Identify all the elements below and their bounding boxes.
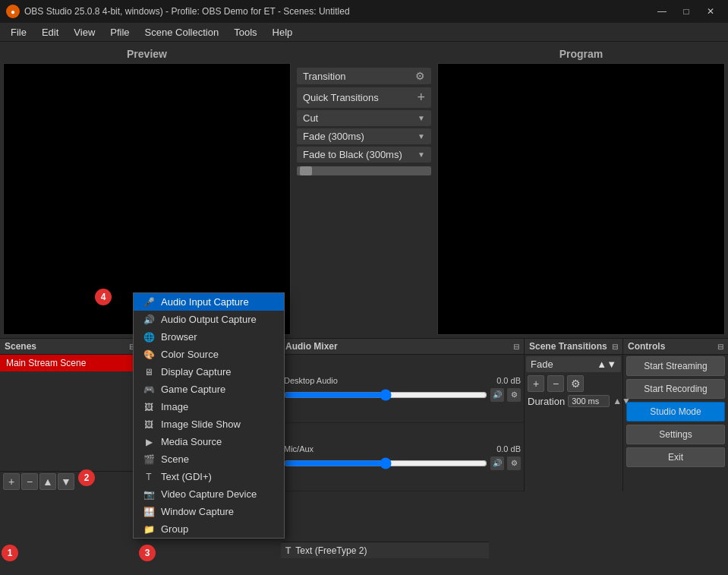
quick-transitions-label: Quick Transitions <box>303 92 379 103</box>
remove-transition-button[interactable]: − <box>547 375 564 392</box>
menu-file[interactable]: File <box>3 25 34 39</box>
menu-help[interactable]: Help <box>265 25 301 39</box>
program-panel: Program <box>434 42 728 338</box>
microphone-icon: 🎤 <box>143 297 155 308</box>
audio-mixer-header: Audio Mixer ⊟ <box>281 339 524 355</box>
controls-panel: Controls ⊟ Start Streaming Start Recordi… <box>623 339 728 491</box>
audio-mic-settings-button[interactable]: ⚙ <box>507 457 521 470</box>
ctx-display-capture[interactable]: 🖥 Display Capture <box>134 363 284 381</box>
ctx-scene-label: Scene <box>161 453 189 465</box>
transition-settings-button[interactable]: ⚙ <box>567 375 584 392</box>
audio-desktop-settings-button[interactable]: ⚙ <box>507 388 521 402</box>
window-title: OBS Studio 25.0.8 4-bit, windows) - Prof… <box>24 6 651 17</box>
ctx-display-capture-label: Display Capture <box>161 366 232 378</box>
ctx-audio-input-capture[interactable]: 🎤 Audio Input Capture <box>134 293 284 311</box>
transition-slider[interactable] <box>297 166 431 175</box>
ctx-game-capture-label: Game Capture <box>161 384 225 395</box>
maximize-button[interactable]: □ <box>675 4 698 19</box>
app-icon: ● <box>6 5 20 18</box>
start-recording-button[interactable]: Start Recording <box>626 379 725 399</box>
chevron-down-icon: ▲▼ <box>597 359 616 370</box>
ctx-browser[interactable]: 🌐 Browser <box>134 328 284 346</box>
move-scene-up-button[interactable]: ▲ <box>39 473 56 490</box>
duration-input[interactable] <box>568 395 610 407</box>
ctx-text-gdi[interactable]: T Text (GDI+) <box>134 468 284 485</box>
scene-trans-dock-icon[interactable]: ⊟ <box>612 343 618 351</box>
context-menu: 🎤 Audio Input Capture 🔊 Audio Output Cap… <box>133 292 285 539</box>
audio-desktop-label: Desktop Audio <box>284 376 338 385</box>
close-button[interactable]: ✕ <box>699 4 722 19</box>
scenes-panel-footer: + − ▲ ▼ <box>0 471 140 491</box>
main-content: Preview Transition ⚙ Quick Transitions +… <box>0 42 728 575</box>
ctx-image-slideshow-label: Image Slide Show <box>161 419 241 430</box>
start-streaming-button[interactable]: Start Streaming <box>626 356 725 376</box>
transition-fade-label: Fade (300ms) <box>303 131 364 142</box>
menu-pfile[interactable]: Pfile <box>102 25 137 39</box>
transition-cut[interactable]: Cut ▼ <box>297 110 431 126</box>
freetype-label: Text (FreeType 2) <box>295 545 367 556</box>
transition-type-select[interactable]: Fade ▲▼ <box>526 356 621 372</box>
badge-1: 1 <box>2 545 18 561</box>
ctx-image-slideshow[interactable]: 🖼 Image Slide Show <box>134 415 284 433</box>
audio-mixer-title: Audio Mixer <box>285 341 338 352</box>
ctx-game-capture[interactable]: 🎮 Game Capture <box>134 381 284 398</box>
settings-button[interactable]: Settings <box>626 425 725 444</box>
titlebar: ● OBS Studio 25.0.8 4-bit, windows) - Pr… <box>0 0 728 23</box>
window-icon: 🪟 <box>143 507 155 517</box>
transition-fade-black[interactable]: Fade to Black (300ms) ▼ <box>297 147 431 163</box>
exit-button[interactable]: Exit <box>626 447 725 467</box>
transition-gear-icon[interactable]: ⚙ <box>415 70 425 82</box>
audio-tracks: Desktop Audio 0.0 dB 🔊 ⚙ <box>281 355 524 491</box>
media-icon: ▶ <box>143 437 155 447</box>
audio-desktop-mute-button[interactable]: 🔊 <box>490 388 504 402</box>
audio-desktop-volume-slider[interactable] <box>284 392 487 398</box>
audio-desktop-db: 0.0 dB <box>490 376 521 385</box>
add-scene-button[interactable]: + <box>3 473 20 490</box>
menu-scene-collection[interactable]: Scene Collection <box>137 25 227 39</box>
menu-edit[interactable]: Edit <box>34 25 66 39</box>
audio-dock-icon[interactable]: ⊟ <box>513 343 519 351</box>
color-icon: 🎨 <box>143 349 155 360</box>
scene-transitions-header: Scene Transitions ⊟ <box>525 339 622 355</box>
ctx-group[interactable]: 📁 Group <box>134 520 284 538</box>
transition-fade[interactable]: Fade (300ms) ▼ <box>297 128 431 144</box>
audio-track-desktop: Desktop Audio 0.0 dB 🔊 ⚙ <box>281 355 524 423</box>
text-gdi-icon: T <box>143 472 155 482</box>
chevron-down-icon: ▼ <box>418 150 425 159</box>
scene-item-main[interactable]: Main Stream Scene <box>0 355 140 371</box>
move-scene-down-button[interactable]: ▼ <box>58 473 74 490</box>
scene-transitions-title: Scene Transitions <box>529 341 607 352</box>
controls-panel-header: Controls ⊟ <box>623 339 728 355</box>
controls-dock-icon[interactable]: ⊟ <box>717 343 723 351</box>
bottom-section: Scenes ⊟ Main Stream Scene + − ▲ ▼ Sourc… <box>0 338 728 491</box>
duration-label: Duration <box>528 396 565 407</box>
ctx-text-gdi-label: Text (GDI+) <box>161 471 212 482</box>
scene-icon: 🎬 <box>143 454 155 465</box>
audio-mic-mute-button[interactable]: 🔊 <box>490 457 504 470</box>
studio-mode-button[interactable]: Studio Mode <box>626 402 725 422</box>
ctx-window-capture[interactable]: 🪟 Window Capture <box>134 503 284 520</box>
transition-duration-row: Duration ▲▼ <box>525 393 622 409</box>
ctx-color-source[interactable]: 🎨 Color Source <box>134 346 284 363</box>
program-label: Program <box>437 45 725 63</box>
audio-mic-volume-slider[interactable] <box>284 460 487 466</box>
transition-panel: Transition ⚙ Quick Transitions + Cut ▼ F… <box>294 65 434 338</box>
ctx-image[interactable]: 🖼 Image <box>134 398 284 415</box>
ctx-video-capture[interactable]: 📷 Video Capture Device <box>134 485 284 503</box>
remove-scene-button[interactable]: − <box>21 473 38 490</box>
ctx-scene[interactable]: 🎬 Scene <box>134 450 284 468</box>
audio-mixer-panel: Audio Mixer ⊟ Desktop Audio 0.0 dB <box>281 339 525 491</box>
transition-cut-label: Cut <box>303 112 318 124</box>
minimize-button[interactable]: — <box>651 4 673 19</box>
ctx-color-source-label: Color Source <box>161 349 219 360</box>
add-transition-button[interactable]: + <box>528 375 544 392</box>
freetype-icon: T <box>285 545 291 556</box>
scene-trans-controls: + − ⚙ <box>525 374 622 393</box>
menu-view[interactable]: View <box>66 25 102 39</box>
ctx-media-source[interactable]: ▶ Media Source <box>134 433 284 450</box>
add-transition-icon[interactable]: + <box>417 90 425 106</box>
ctx-audio-output-capture[interactable]: 🔊 Audio Output Capture <box>134 311 284 328</box>
menu-tools[interactable]: Tools <box>226 25 264 39</box>
badge-4: 4 <box>95 289 112 305</box>
browser-icon: 🌐 <box>143 332 155 343</box>
